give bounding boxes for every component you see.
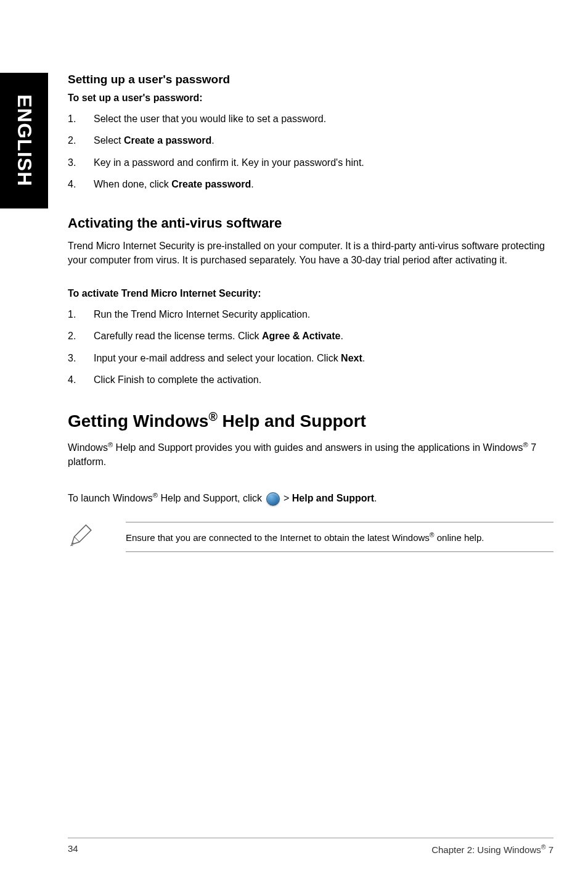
windows-start-icon	[266, 492, 280, 506]
step-number: 3.	[68, 352, 94, 365]
note-text: Ensure that you are connected to the Int…	[126, 522, 553, 552]
chapter-label: Chapter 2: Using Windows® 7	[431, 843, 553, 855]
section2-heading: Activating the anti-virus software	[68, 215, 553, 231]
language-sidebar-tab: ENGLISH	[0, 73, 48, 208]
launch-instruction: To launch Windows® Help and Support, cli…	[68, 490, 553, 506]
step-number: 1.	[68, 112, 94, 126]
section2-intro: Trend Micro Internet Security is pre-ins…	[68, 239, 553, 267]
note-block: Ensure that you are connected to the Int…	[68, 522, 553, 552]
step-number: 2.	[68, 134, 94, 147]
step-text: Input your e-mail address and select you…	[94, 352, 365, 365]
main-content: Setting up a user's password To set up a…	[68, 73, 553, 552]
step-number: 1.	[68, 308, 94, 321]
pencil-note-icon	[68, 522, 94, 551]
step-number: 4.	[68, 178, 94, 191]
step-text: When done, click Create password.	[94, 178, 254, 191]
step-text: Run the Trend Micro Internet Security ap…	[94, 308, 310, 321]
section1-instruction-heading: To set up a user's password:	[68, 93, 553, 104]
list-item: 1. Run the Trend Micro Internet Security…	[68, 308, 553, 321]
step-text: Select Create a password.	[94, 134, 214, 147]
section2-instruction-heading: To activate Trend Micro Internet Securit…	[68, 288, 553, 299]
step-text: Key in a password and confirm it. Key in…	[94, 156, 364, 170]
list-item: 4. Click Finish to complete the activati…	[68, 373, 553, 387]
list-item: 3. Key in a password and confirm it. Key…	[68, 156, 553, 170]
step-number: 2.	[68, 329, 94, 343]
section1-steps: 1. Select the user that you would like t…	[68, 112, 553, 192]
list-item: 3. Input your e-mail address and select …	[68, 352, 553, 365]
step-text: Select the user that you would like to s…	[94, 112, 326, 126]
step-text: Click Finish to complete the activation.	[94, 373, 261, 387]
list-item: 1. Select the user that you would like t…	[68, 112, 553, 126]
step-number: 4.	[68, 373, 94, 387]
list-item: 2. Select Create a password.	[68, 134, 553, 147]
section3-intro: Windows® Help and Support provides you w…	[68, 440, 553, 469]
page-number: 34	[68, 843, 78, 855]
step-text: Carefully read the license terms. Click …	[94, 329, 343, 343]
list-item: 4. When done, click Create password.	[68, 178, 553, 191]
section2-steps: 1. Run the Trend Micro Internet Security…	[68, 308, 553, 387]
section1-heading: Setting up a user's password	[68, 73, 553, 86]
language-label: ENGLISH	[13, 94, 36, 186]
section3-heading: Getting Windows® Help and Support	[68, 410, 553, 431]
list-item: 2. Carefully read the license terms. Cli…	[68, 329, 553, 343]
page-footer: 34 Chapter 2: Using Windows® 7	[68, 838, 553, 855]
step-number: 3.	[68, 156, 94, 170]
